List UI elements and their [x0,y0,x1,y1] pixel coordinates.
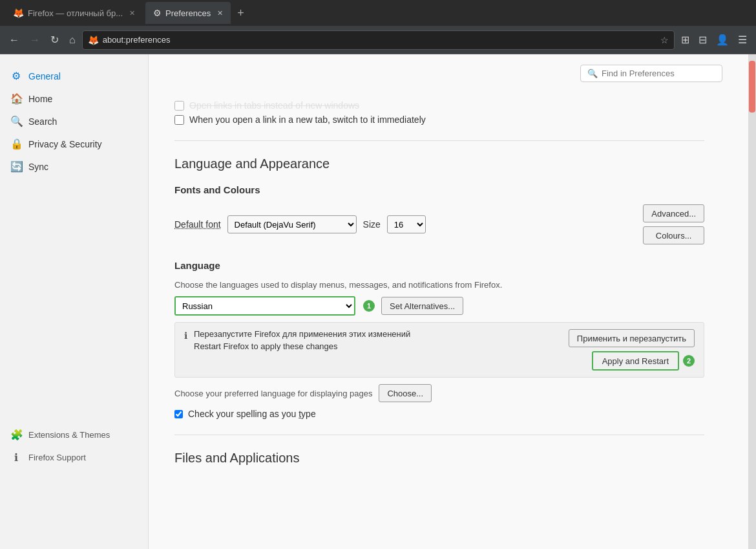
search-input[interactable] [602,69,715,78]
apply-restart-area: Применить и перезапустить Apply and Rest… [569,329,695,371]
address-bar-url: about:preferences [103,35,171,45]
sidebar-item-home[interactable]: 🏠 Home [0,87,148,110]
open-link-text: Open links in tabs instead of new window… [189,100,359,111]
tab-preferences[interactable]: ⚙ Preferences ✕ [145,2,231,24]
sidebar-item-sync[interactable]: 🔄 Sync [0,155,148,178]
colours-button[interactable]: Colours... [643,226,704,244]
preferred-lang-row: Choose your preferred language for displ… [174,384,704,402]
restart-ru-text: Перезапустите Firefox для применения эти… [194,329,562,339]
spelling-label: Check your spelling as you type [188,409,316,419]
fonts-colours-title: Fonts and Colours [174,184,704,195]
reload-button[interactable]: ↻ [47,32,63,48]
fonts-colours-section: Fonts and Colours Default font Default (… [174,184,704,244]
restart-main-content: Перезапустите Firefox для применения эти… [194,329,562,351]
content-area: 🔍 Open links in tabs instead of new wind… [149,54,748,549]
tab-preferences-label: Preferences [165,8,211,18]
sidebar-label-general: General [28,71,61,81]
sidebar-label-extensions: Extensions & Themes [28,430,110,440]
spelling-checkbox[interactable] [174,410,183,418]
language-select-row: Russian 1 Set Alternatives... [174,296,704,316]
sidebar: ⚙ General 🏠 Home 🔍 Search 🔒 Privacy & Se… [0,54,149,549]
sidebar-item-support[interactable]: ℹ Firefox Support [0,446,148,469]
sidebar-item-extensions[interactable]: 🧩 Extensions & Themes [0,424,148,446]
restart-texts: Перезапустите Firefox для применения эти… [194,329,562,351]
spelling-row: Check your spelling as you type [174,409,704,419]
extensions-icon: 🧩 [10,429,22,441]
sidebar-label-sync: Sync [28,162,48,172]
font-label: Default font [174,219,221,230]
search-icon: 🔍 [587,69,598,78]
address-bar-logo: 🦊 [88,35,99,45]
open-link-checkbox[interactable] [174,101,184,111]
badge-2: 2 [683,355,695,367]
divider-1 [174,140,704,141]
back-button[interactable]: ← [5,32,23,48]
language-subsection-title: Language [174,260,704,271]
info-icon: ℹ [184,330,187,341]
sidebar-label-support: Firefox Support [28,453,86,462]
bookmark-star-icon[interactable]: ☆ [660,35,669,45]
language-appearance-title: Language and Appearance [174,156,704,171]
language-desc: Choose the languages used to display men… [174,280,704,290]
font-buttons: Advanced... Colours... [643,204,704,244]
scrollbar-thumb[interactable] [749,61,755,113]
divider-2 [174,435,704,435]
sidebar-item-search[interactable]: 🔍 Search [0,110,148,133]
forward-button[interactable]: → [26,32,44,48]
synced-tabs-button[interactable]: ⊟ [695,31,711,48]
home-icon: 🏠 [10,92,22,105]
bookmarks-button[interactable]: ⊞ [677,31,693,48]
set-alternatives-button[interactable]: Set Alternatives... [381,297,463,315]
sync-icon: 🔄 [10,160,22,173]
language-select[interactable]: Russian [174,296,355,316]
sidebar-label-search: Search [28,116,57,127]
badge-1: 1 [363,300,375,312]
account-button[interactable]: 👤 [712,31,733,48]
close-tab1-icon[interactable]: ✕ [129,9,135,17]
restart-en-text: Restart Firefox to apply these changes [194,341,562,351]
tab-firefox[interactable]: 🦊 Firefox — отличный бр... ✕ [5,2,143,24]
switch-tab-row: When you open a link in a new tab, switc… [174,114,704,125]
home-button[interactable]: ⌂ [65,32,79,48]
language-section: Language Choose the languages used to di… [174,260,704,419]
choose-button[interactable]: Choose... [379,384,432,402]
support-icon: ℹ [10,451,22,464]
font-row: Default font Default (DejaVu Serif) Size… [174,204,704,244]
sidebar-item-privacy[interactable]: 🔒 Privacy & Security [0,133,148,155]
restart-info-box: ℹ Перезапустите Firefox для применения э… [174,322,704,378]
general-icon: ⚙ [10,70,22,82]
preferences-tab-icon: ⚙ [153,8,162,18]
preferred-lang-desc: Choose your preferred language for displ… [174,389,372,398]
menu-button[interactable]: ☰ [734,31,751,48]
firefox-tab-icon: 🦊 [13,8,24,18]
search-bar: 🔍 [580,65,722,82]
apply-restart-ru-button[interactable]: Применить и перезапустить [569,329,695,347]
font-select[interactable]: Default (DejaVu Serif) [227,215,357,233]
advanced-button[interactable]: Advanced... [643,204,704,222]
close-tab2-icon[interactable]: ✕ [217,9,223,17]
lock-icon: 🔒 [10,138,22,150]
tab-firefox-label: Firefox — отличный бр... [28,8,123,18]
files-applications-title: Files and Applications [174,451,704,466]
scrollbar[interactable] [748,54,756,549]
apply-restart-button[interactable]: Apply and Restart [592,351,679,371]
address-bar: 🦊 about:preferences ☆ [82,30,675,50]
open-link-row: Open links in tabs instead of new window… [174,100,704,111]
sidebar-label-privacy: Privacy & Security [28,139,102,149]
new-tab-button[interactable]: + [233,5,248,21]
switch-tab-label: When you open a link in a new tab, switc… [189,114,426,125]
size-select[interactable]: 16 [387,215,426,233]
size-label: Size [363,219,381,230]
switch-tab-checkbox[interactable] [174,115,184,125]
sidebar-label-home: Home [28,94,52,104]
search-nav-icon: 🔍 [10,115,22,127]
sidebar-item-general[interactable]: ⚙ General [0,65,148,87]
